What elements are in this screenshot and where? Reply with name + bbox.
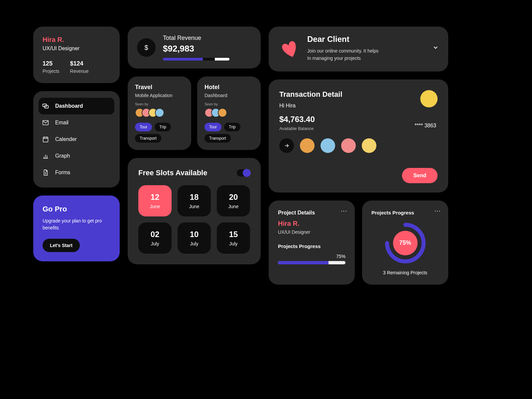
dollar-icon: $ [137,38,156,57]
slot-day: 10 [181,230,207,239]
tag-tour[interactable]: Tour [204,123,221,131]
slot-item[interactable]: 10 July [178,222,211,254]
transaction-card: Transaction Detail Hi Hira $4,763.40 Ava… [269,79,448,193]
slot-item[interactable]: 02 July [138,222,172,254]
seen-by-label: Seen by [135,102,184,106]
forms-icon [42,169,49,176]
project-details-title: Project Details [278,210,345,216]
tag-tour[interactable]: Tour [135,123,152,131]
dashboard-icon [42,102,49,110]
tag-transport[interactable]: Transport [204,134,231,143]
balance-label: Available Balance [279,126,438,131]
nav-card: Dashboard Email Calender Graph [33,91,120,188]
tag-trip[interactable]: Trip [224,123,240,131]
slot-item[interactable]: 15 July [217,222,250,254]
seen-by-avatars [135,108,184,117]
progress-ring-percent: 75% [393,231,418,255]
category-card-hotel[interactable]: Hotel Dashboard Seen by Tour Trip Transp… [197,76,261,150]
category-title: Hotel [204,84,253,91]
nav-label: Calender [55,136,77,142]
progress-bar [278,261,345,264]
nav-item-email[interactable]: Email [39,114,114,131]
project-details-role: UX/UI Designer [278,229,345,235]
nav-label: Graph [55,153,70,159]
send-button[interactable]: Send [402,168,438,183]
slot-month: July [220,241,247,246]
banner-title: Dear Client [307,35,426,44]
slot-day: 02 [142,230,168,239]
banner-line1: Join our online community. It helps [307,48,379,54]
avatar[interactable] [420,90,438,107]
balance-amount: $4,763.40 [279,115,438,124]
progress-heading: Projects Progress [278,243,345,249]
more-icon[interactable]: ⋮ [434,208,441,215]
contact-avatar[interactable] [341,138,356,153]
graph-icon [42,152,49,160]
category-subtitle: Mobile Application [135,93,184,98]
slot-month: June [142,204,168,209]
slots-title: Free Slots Available [138,169,207,177]
revenue-label: Revenue [70,68,89,74]
slot-month: June [220,204,247,209]
nav-item-calender[interactable]: Calender [39,131,114,148]
progress-ring: 75% [384,221,427,265]
arrow-right-button[interactable] [279,138,294,153]
category-card-travel[interactable]: Travel Mobile Application Seen by Tour T… [128,76,191,150]
projects-count: 125 [43,60,60,67]
profile-name: Hira R. [43,36,110,44]
contact-avatar[interactable] [362,138,376,153]
chevron-down-icon[interactable] [432,44,439,53]
nav-item-graph[interactable]: Graph [39,148,114,164]
slot-day: 15 [220,230,247,239]
nav-label: Forms [55,170,70,176]
projects-label: Projects [43,68,60,74]
email-icon [42,119,49,126]
transaction-title: Transaction Detail [279,90,438,99]
slot-day: 18 [181,193,207,202]
slot-month: July [142,241,168,246]
slot-month: June [181,204,207,209]
slot-month: July [181,241,207,246]
slots-toggle[interactable] [237,169,250,177]
contact-avatar[interactable] [300,138,315,153]
heart-icon [278,37,301,60]
nav-item-forms[interactable]: Forms [39,164,114,181]
client-banner[interactable]: Dear Client Join our online community. I… [269,27,448,71]
slot-day: 20 [220,193,247,202]
slot-day: 12 [142,193,168,202]
revenue-title: Total Revenue [163,35,229,42]
seen-by-avatars [204,108,253,117]
category-title: Travel [135,84,184,91]
calendar-icon [42,136,49,143]
nav-item-dashboard[interactable]: Dashboard [39,98,114,114]
tag-trip[interactable]: Trip [155,123,171,131]
more-icon[interactable]: ⋮ [340,208,348,215]
progress-ring-card: ⋮ Projects Progress 75% 3 Remaining Proj… [362,200,448,285]
transaction-greeting: Hi Hira [279,103,438,109]
project-details-card: ⋮ Project Details Hira R. UX/UI Designer… [269,200,355,285]
contact-avatar[interactable] [321,138,335,153]
gopro-title: Go Pro [43,205,110,213]
revenue-progress-bar [163,58,229,61]
tag-transport[interactable]: Transport [135,134,161,143]
gopro-desc: Upgrade your plan to get pro benefits [43,217,110,231]
progress-ring-title: Projects Progress [371,210,414,215]
profile-role: UX/UI Designer [43,46,110,52]
card-mask: **** 3863 [415,123,436,129]
slots-card: Free Slots Available 12 June 18 June 20 … [128,158,261,264]
progress-percent: 75% [278,254,345,259]
profile-card: Hira R. UX/UI Designer 125 Projects $124… [33,27,120,83]
slot-item[interactable]: 12 June [138,185,172,216]
revenue-amount: $92,983 [163,44,229,54]
project-details-name: Hira R. [278,220,345,227]
category-subtitle: Dashboard [204,93,253,98]
slot-item[interactable]: 18 June [178,185,211,216]
banner-line2: In managing your projects [307,56,361,61]
revenue-value: $124 [70,60,89,67]
slot-item[interactable]: 20 June [217,185,250,216]
gopro-card: Go Pro Upgrade your plan to get pro bene… [33,196,120,261]
seen-by-label: Seen by [204,102,253,106]
svg-rect-3 [43,137,48,142]
gopro-start-button[interactable]: Let's Start [43,239,80,252]
remaining-projects: 3 Remaining Projects [383,270,427,275]
